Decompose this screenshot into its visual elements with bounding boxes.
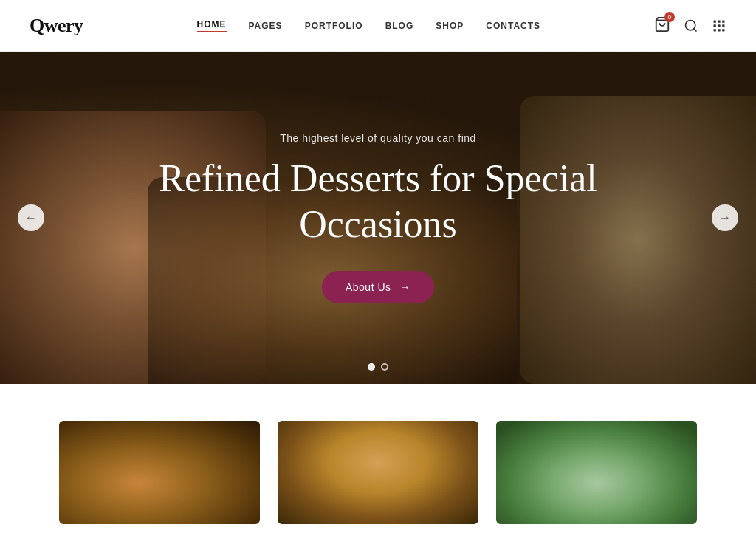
hero-dot-1[interactable] — [368, 363, 375, 371]
grid-menu-button[interactable] — [712, 18, 726, 33]
about-us-arrow: → — [400, 281, 411, 293]
prev-arrow-icon: ← — [25, 211, 37, 224]
svg-rect-3 — [714, 20, 716, 22]
nav-item-contacts[interactable]: CONTACTS — [486, 21, 540, 31]
search-button[interactable] — [684, 18, 698, 33]
hero-subtitle: The highest level of quality you can fin… — [280, 132, 476, 144]
main-nav: HOMEPAGESPORTFOLIOBLOGSHOPCONTACTS — [197, 19, 541, 32]
card-bread[interactable] — [59, 421, 260, 524]
svg-rect-5 — [722, 20, 724, 22]
svg-rect-9 — [714, 29, 716, 31]
hero-prev-button[interactable]: ← — [18, 204, 44, 231]
hero-dot-2[interactable] — [381, 363, 388, 371]
next-arrow-icon: → — [719, 211, 731, 224]
cart-button[interactable]: 0 — [654, 16, 670, 35]
nav-item-portfolio[interactable]: PORTFOLIO — [305, 21, 363, 31]
svg-rect-7 — [718, 24, 720, 27]
header-icons: 0 — [654, 16, 726, 35]
about-us-button[interactable]: About Us → — [322, 271, 434, 303]
logo[interactable]: Qwery — [30, 15, 83, 37]
hero-section: The highest level of quality you can fin… — [0, 52, 756, 384]
card-croissant[interactable] — [278, 421, 478, 524]
svg-point-1 — [686, 20, 695, 30]
card-macaron[interactable] — [496, 421, 697, 524]
svg-rect-4 — [718, 20, 720, 22]
cards-section — [0, 384, 756, 524]
nav-item-blog[interactable]: BLOG — [385, 21, 414, 31]
nav-item-shop[interactable]: SHOP — [436, 21, 464, 31]
hero-title: Refined Desserts for Special Occasions — [149, 156, 607, 248]
hero-dots — [368, 363, 388, 371]
svg-line-2 — [694, 28, 697, 31]
header: Qwery HOMEPAGESPORTFOLIOBLOGSHOPCONTACTS… — [0, 0, 756, 52]
svg-rect-11 — [722, 29, 724, 31]
about-us-label: About Us — [346, 281, 391, 293]
cart-badge: 0 — [664, 12, 675, 22]
svg-rect-10 — [718, 29, 720, 31]
nav-item-pages[interactable]: PAGES — [249, 21, 283, 31]
svg-rect-8 — [722, 24, 724, 27]
nav-item-home[interactable]: HOME — [197, 19, 227, 32]
hero-content: The highest level of quality you can fin… — [0, 52, 756, 384]
svg-rect-6 — [714, 24, 716, 27]
hero-next-button[interactable]: → — [712, 204, 738, 231]
